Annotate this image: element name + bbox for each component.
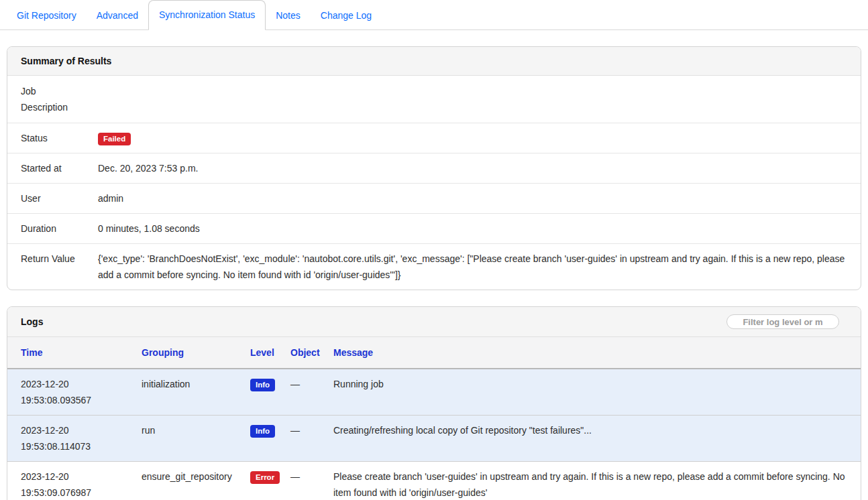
log-object: —	[284, 462, 327, 500]
summary-row-started-at: Started at Dec. 20, 2023 7:53 p.m.	[7, 153, 861, 183]
log-object: —	[284, 369, 327, 416]
summary-label-job: Job	[21, 83, 98, 99]
logs-panel-title: Logs	[21, 315, 43, 328]
log-level-badge: Info	[250, 425, 275, 438]
log-filter-input[interactable]	[726, 314, 839, 329]
log-time: 2023-12-20 19:53:08.093567	[7, 369, 135, 416]
sort-level-link[interactable]: Level	[250, 347, 274, 358]
logs-panel: Logs Time Grouping Level Object Message …	[7, 306, 861, 500]
tab-git-repository[interactable]: Git Repository	[7, 1, 87, 29]
tab-notes[interactable]: Notes	[266, 1, 311, 29]
sort-message-link[interactable]: Message	[333, 347, 373, 358]
summary-label-duration: Duration	[21, 221, 98, 237]
log-message: Running job	[327, 369, 861, 416]
summary-row-job-description: Job Description	[7, 76, 861, 123]
summary-row-status: Status Failed	[7, 123, 861, 153]
log-level-badge: Error	[250, 471, 280, 484]
log-row: 2023-12-20 19:53:09.076987 ensure_git_re…	[7, 462, 861, 500]
log-object: —	[284, 416, 327, 462]
summary-row-user: User admin	[7, 183, 861, 213]
log-row: 2023-12-20 19:53:08.093567 initializatio…	[7, 369, 861, 416]
summary-panel-title: Summary of Results	[21, 54, 111, 68]
summary-panel-heading: Summary of Results	[7, 47, 861, 76]
sort-object-link[interactable]: Object	[290, 347, 320, 358]
logs-header-row: Time Grouping Level Object Message	[7, 337, 861, 369]
sort-time-link[interactable]: Time	[21, 347, 42, 358]
log-time: 2023-12-20 19:53:08.114073	[7, 416, 135, 462]
summary-label-user: User	[21, 190, 98, 206]
sort-grouping-link[interactable]: Grouping	[142, 347, 184, 358]
summary-value-return-value: {'exc_type': 'BranchDoesNotExist', 'exc_…	[98, 251, 847, 283]
logs-panel-heading: Logs	[7, 307, 861, 337]
log-grouping: run	[135, 416, 243, 462]
status-badge: Failed	[98, 133, 131, 145]
summary-label-started-at: Started at	[21, 160, 98, 176]
log-grouping: ensure_git_repository	[135, 462, 243, 500]
log-message: Creating/refreshing local copy of Git re…	[327, 416, 861, 462]
log-level-badge: Info	[250, 379, 275, 391]
log-time: 2023-12-20 19:53:09.076987	[7, 462, 135, 500]
tab-synchronization-status[interactable]: Synchronization Status	[148, 0, 266, 30]
summary-row-return-value: Return Value {'exc_type': 'BranchDoesNot…	[7, 243, 861, 290]
summary-value-user: admin	[98, 190, 847, 206]
summary-label-description: Description	[21, 99, 98, 115]
log-grouping: initialization	[135, 369, 243, 416]
summary-row-duration: Duration 0 minutes, 1.08 seconds	[7, 213, 861, 243]
summary-value-started-at: Dec. 20, 2023 7:53 p.m.	[98, 160, 847, 176]
summary-label-return-value: Return Value	[21, 251, 98, 283]
summary-value-job	[98, 83, 847, 99]
log-message: Please create branch 'user-guides' in up…	[327, 462, 861, 500]
log-row: 2023-12-20 19:53:08.114073 run Info — Cr…	[7, 416, 861, 462]
summary-label-status: Status	[21, 130, 98, 146]
tab-change-log[interactable]: Change Log	[311, 1, 382, 29]
tab-advanced[interactable]: Advanced	[87, 1, 148, 29]
summary-panel: Summary of Results Job Description Statu…	[7, 46, 861, 290]
summary-value-description	[98, 99, 847, 115]
summary-value-duration: 0 minutes, 1.08 seconds	[98, 221, 847, 237]
tab-bar: Git Repository Advanced Synchronization …	[0, 0, 868, 30]
logs-table: Time Grouping Level Object Message 2023-…	[7, 337, 861, 500]
